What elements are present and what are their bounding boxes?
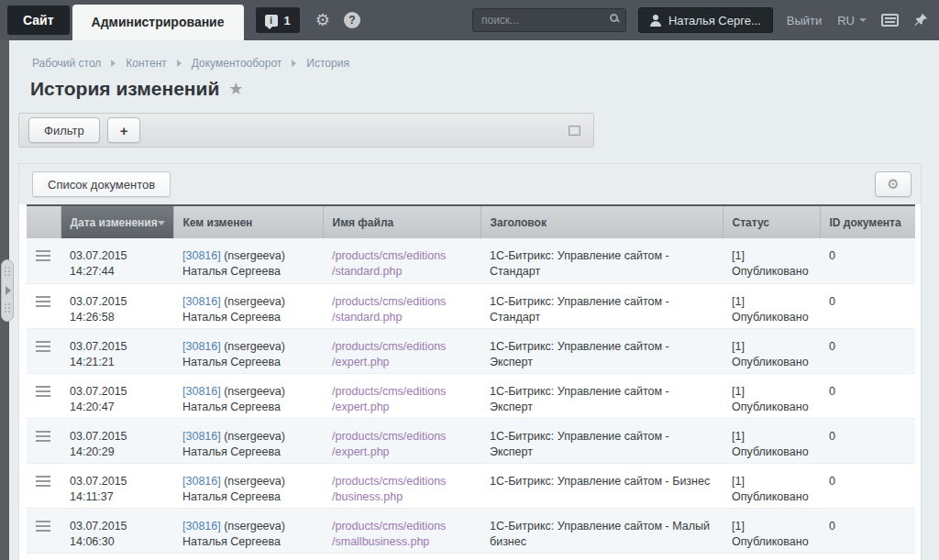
cell-filename: /products/cms/editions /expert.php xyxy=(323,328,481,373)
cell-editor: [30816] (nsergeeva) Наталья Сергеева xyxy=(173,418,323,463)
file-name-link[interactable]: /standard.php xyxy=(332,310,471,325)
search-input[interactable] xyxy=(472,8,626,32)
cell-editor: [30816] (nsergeeva) Наталья Сергеева xyxy=(173,373,323,418)
file-name-link[interactable]: /expert.php xyxy=(332,355,471,370)
file-name-link[interactable]: /expert.php xyxy=(332,400,471,415)
user-id-link[interactable]: [30816] xyxy=(182,520,221,533)
column-editor[interactable]: Кем изменен xyxy=(173,205,323,238)
main-content: Рабочий стол Контент Документооборот Ист… xyxy=(9,40,939,560)
cell-doc-id: 0 xyxy=(820,418,915,463)
file-dir-link[interactable]: /products/cms/editions xyxy=(332,248,471,264)
cell-row-menu xyxy=(27,463,61,508)
user-id-link[interactable]: [30816] xyxy=(182,430,221,443)
notifications-button[interactable]: i 1 xyxy=(256,7,300,33)
cell-title: 1С-Битрикс: Управление сайтом - Эксперт xyxy=(481,328,723,373)
column-status[interactable]: Статус xyxy=(723,205,820,238)
column-title[interactable]: Заголовок xyxy=(481,205,723,238)
file-dir-link[interactable]: /products/cms/editions xyxy=(332,339,471,355)
column-menu xyxy=(27,205,61,238)
file-name-link[interactable]: /smallbusiness.php xyxy=(332,534,471,550)
cell-status: [1] Опубликовано xyxy=(723,508,820,553)
notification-count: 1 xyxy=(284,14,291,27)
breadcrumb-history[interactable]: История xyxy=(306,57,349,70)
language-selector[interactable]: RU xyxy=(837,14,867,27)
file-name-link[interactable]: /standard.php xyxy=(332,264,471,280)
cell-row-menu xyxy=(27,238,61,283)
user-id-link[interactable]: [30816] xyxy=(182,295,221,308)
file-dir-link[interactable]: /products/cms/editions xyxy=(332,294,471,310)
row-menu-icon[interactable] xyxy=(36,386,50,400)
cell-date: 03.07.201514:21:21 xyxy=(61,328,173,373)
page-title: История изменений xyxy=(30,78,219,100)
cell-editor: [30816] (nsergeeva) Наталья Сергеева xyxy=(173,328,323,373)
cell-doc-id: 0 xyxy=(820,283,915,328)
tab-site[interactable]: Сайт xyxy=(7,5,70,35)
pin-icon[interactable] xyxy=(913,13,928,27)
column-doc-id[interactable]: ID документа xyxy=(820,205,915,238)
table-row[interactable]: 03.07.201514:20:29 [30816] (nsergeeva) Н… xyxy=(27,418,915,463)
user-id-link[interactable]: [30816] xyxy=(182,340,221,353)
file-name-link[interactable]: /expert.php xyxy=(332,445,471,460)
file-dir-link[interactable]: /products/cms/editions xyxy=(332,474,471,489)
hotkeys-icon[interactable] xyxy=(881,14,899,27)
help-icon[interactable]: ? xyxy=(344,12,360,28)
user-id-link[interactable]: [30816] xyxy=(182,385,221,398)
favorite-star-icon[interactable]: ★ xyxy=(228,79,243,99)
cell-filename: /products/cms/editions /standard.php xyxy=(323,238,481,283)
cell-title: 1С-Битрикс: Управление сайтом - Эксперт xyxy=(481,373,723,418)
user-icon xyxy=(650,15,661,26)
row-menu-icon[interactable] xyxy=(36,296,50,310)
search-box xyxy=(472,8,626,32)
file-dir-link[interactable]: /products/cms/editions xyxy=(332,384,471,400)
file-dir-link[interactable]: /products/cms/editions xyxy=(332,519,471,534)
breadcrumb: Рабочий стол Контент Документооборот Ист… xyxy=(32,57,939,70)
left-rail xyxy=(0,40,9,560)
filter-bar: Фильтр + xyxy=(18,113,594,148)
file-dir-link[interactable]: /products/cms/editions xyxy=(332,429,471,445)
cell-date: 03.07.201514:27:44 xyxy=(61,238,173,283)
cell-title: 1С-Битрикс: Управление сайтом - Эксперт xyxy=(481,418,723,463)
tab-administration[interactable]: Администрирование xyxy=(72,5,244,40)
table-row[interactable]: 03.07.201514:11:37 [30816] (nsergeeva) Н… xyxy=(27,463,915,508)
table-row[interactable]: 03.07.201514:06:30 [30816] (nsergeeva) Н… xyxy=(27,508,915,553)
grid-settings-button[interactable]: ⚙ xyxy=(875,171,911,197)
table-header-row: Дата изменения Кем изменен Имя файла Заг… xyxy=(27,205,915,238)
cell-doc-id: 0 xyxy=(820,463,915,508)
breadcrumb-workflow[interactable]: Документооборот xyxy=(192,57,282,70)
table-row[interactable]: 03.07.201514:26:58 [30816] (nsergeeva) Н… xyxy=(27,283,915,328)
user-menu-button[interactable]: Наталья Серге... xyxy=(638,7,773,33)
gear-icon[interactable]: ⚙ xyxy=(315,12,330,28)
cell-title: 1С-Битрикс: Управление сайтом - Малый би… xyxy=(481,508,723,553)
logout-link[interactable]: Выйти xyxy=(787,14,823,27)
table-row[interactable]: 03.07.201514:27:44 [30816] (nsergeeva) Н… xyxy=(27,238,915,283)
cell-status: [1] Опубликовано xyxy=(723,283,820,328)
column-date-sorted[interactable]: Дата изменения xyxy=(61,205,173,238)
cell-filename: /products/cms/editions /smallbusiness.ph… xyxy=(323,508,481,553)
user-id-link[interactable]: [30816] xyxy=(182,475,221,488)
column-filename[interactable]: Имя файла xyxy=(323,205,481,238)
cell-doc-id: 0 xyxy=(820,238,915,283)
breadcrumb-content[interactable]: Контент xyxy=(126,57,166,70)
cell-date: 03.07.201514:26:58 xyxy=(61,283,173,328)
row-menu-icon[interactable] xyxy=(36,476,50,489)
search-icon[interactable] xyxy=(610,14,618,22)
language-label: RU xyxy=(837,14,855,27)
breadcrumb-arrow-icon xyxy=(111,60,116,67)
document-list-tab[interactable]: Список документов xyxy=(32,171,171,197)
add-filter-button[interactable]: + xyxy=(107,117,141,143)
cell-filename: /products/cms/editions /expert.php xyxy=(323,373,481,418)
file-name-link[interactable]: /business.php xyxy=(332,489,471,505)
row-menu-icon[interactable] xyxy=(36,341,50,355)
user-id-link[interactable]: [30816] xyxy=(182,249,221,262)
filter-button[interactable]: Фильтр xyxy=(28,117,100,143)
table-row[interactable]: 03.07.201514:21:21 [30816] (nsergeeva) Н… xyxy=(27,328,915,373)
row-menu-icon[interactable] xyxy=(36,250,50,264)
row-menu-icon[interactable] xyxy=(36,431,50,445)
cell-status: [1] Опубликовано xyxy=(723,418,820,463)
breadcrumb-desktop[interactable]: Рабочий стол xyxy=(32,57,101,70)
filter-settings-icon[interactable] xyxy=(569,126,580,136)
sort-desc-icon xyxy=(158,221,165,225)
cell-row-menu xyxy=(27,508,61,553)
row-menu-icon[interactable] xyxy=(36,521,50,534)
table-row[interactable]: 03.07.201514:20:47 [30816] (nsergeeva) Н… xyxy=(27,373,915,418)
